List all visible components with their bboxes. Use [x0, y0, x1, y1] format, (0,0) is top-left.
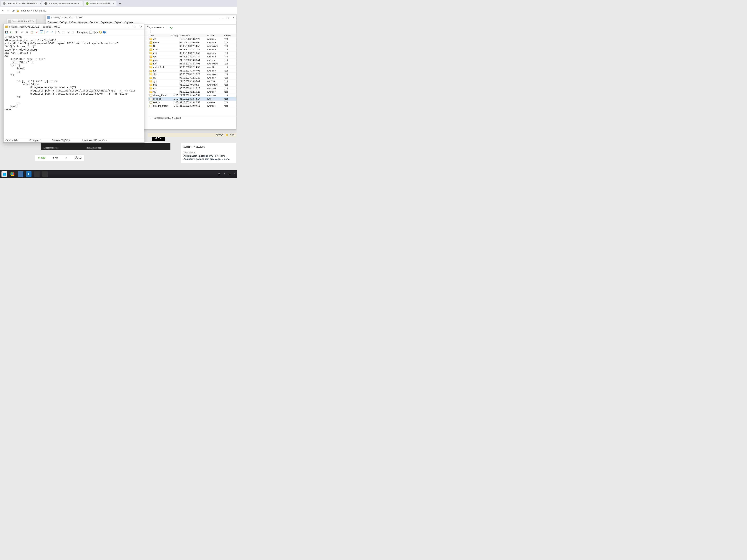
system-tray[interactable]: ❔ ⌃ ▭ ⋮ [217, 172, 236, 176]
putty-tab[interactable]: 192.168.42.1 – PuTTY [6, 19, 36, 24]
minimize-icon[interactable]: — [125, 25, 128, 28]
taskbar-app[interactable] [18, 171, 23, 177]
close-icon[interactable]: ✕ [232, 16, 235, 19]
menu-server[interactable]: Сервер [114, 21, 122, 24]
file-row[interactable]: var06.08.2023 22:16:28rwxr-xr-xroot [148, 90, 236, 94]
goto-button[interactable]: ↘ [66, 30, 70, 34]
new-tab-button[interactable]: + [117, 1, 123, 7]
menu-local[interactable]: Локально [48, 21, 57, 24]
file-row[interactable]: opt03.08.2023 12:11:20rwxr-sr-xroot [148, 55, 236, 58]
reload-button[interactable] [9, 30, 13, 34]
reload-icon[interactable]: ⟳ [12, 9, 15, 13]
file-list-header[interactable]: Имя Размер Изменено Права Владе [148, 34, 236, 37]
file-row[interactable]: home02.04.2023 16:55:00rwxr-xr-xroot [148, 41, 236, 45]
code-editor[interactable]: #!/bin/bash #Инициализируем порт /dev/tt… [3, 35, 144, 138]
file-row[interactable]: tmp31.10.2023 0:00:52rwxrwxrwtroot [148, 83, 236, 87]
select-all-button[interactable]: a [40, 30, 43, 34]
default-layout-dropdown[interactable]: По умолчанию [146, 26, 165, 29]
file-row[interactable]: lib06.08.2023 22:14:52rwxrwxrwxroot [148, 45, 236, 48]
menu-options[interactable]: Параметры [100, 21, 112, 24]
print-button[interactable]: 🖶 [14, 30, 18, 34]
file-row[interactable]: sbin06.08.2023 22:16:28rwxrwxrwxroot [148, 73, 236, 76]
bookmark-count[interactable]: ■49 [53, 156, 58, 159]
save-button[interactable]: 💾 [5, 30, 8, 34]
close-icon[interactable]: × [40, 2, 41, 5]
share-icon[interactable]: ↗ [65, 156, 68, 159]
delete-button[interactable]: ✕ [35, 30, 38, 34]
taskbar-app[interactable]: ▮ [26, 171, 31, 177]
url-text[interactable]: habr.com/ru/companies [21, 9, 46, 12]
file-row[interactable]: srv03.08.2023 12:11:20rwxr-xr-xroot [148, 76, 236, 80]
menu-help[interactable]: Справка [125, 21, 133, 24]
close-icon[interactable]: × [113, 2, 114, 5]
menu-files[interactable]: Файлы [69, 21, 76, 24]
maximize-icon[interactable]: ▢ [226, 16, 229, 19]
start-button[interactable] [1, 171, 7, 177]
file-row[interactable]: proc24.10.2023 13:36:44r-xr-xr-xroot [148, 58, 236, 62]
close-icon[interactable]: ✕ [140, 25, 143, 28]
back-icon[interactable]: ← [1, 9, 5, 12]
col-changed[interactable]: Изменено [180, 34, 207, 37]
replace-button[interactable]: ⇆ [61, 30, 65, 34]
file-row[interactable]: mnt06.08.2023 22:16:56rwxr-sr-xroot [148, 52, 236, 55]
forward-icon[interactable]: → [7, 9, 10, 12]
menu-commands[interactable]: Команды [78, 21, 87, 24]
file-list[interactable]: etc10.10.2023 13:57:23rwxr-xr-xroothome0… [148, 37, 236, 108]
file-row[interactable]: media03.08.2023 12:11:21rwxr-sr-xroot [148, 48, 236, 52]
tray-battery-icon[interactable]: ▭ [228, 172, 230, 176]
file-row[interactable]: chroot_this.sh1 KB21.09.2023 19:07:51rwx… [148, 94, 236, 97]
menu-select[interactable]: Выбор [60, 21, 67, 24]
col-name[interactable]: Имя [150, 34, 168, 37]
file-row[interactable]: umount_chroot.sh1 KB21.09.2023 19:07:51r… [148, 104, 236, 108]
minimize-icon[interactable]: — [220, 16, 223, 19]
col-size[interactable]: Размер [168, 34, 180, 37]
copy-button[interactable]: ⧉ [25, 30, 29, 34]
undo-button[interactable]: ↶ [46, 30, 49, 34]
menu-tabs[interactable]: Вкладки [90, 21, 98, 24]
toolbar-btn[interactable] [169, 26, 174, 29]
file-row[interactable]: root.default06.08.2023 22:14:58rwx--S---… [148, 65, 236, 69]
file-row[interactable]: usr06.08.2023 22:16:28rwxr-sr-xroot [148, 87, 236, 90]
cut-button[interactable]: ✂ [20, 30, 24, 34]
upvote-count[interactable]: ⇧+38 [38, 156, 45, 159]
file-name: chroot_this.sh [153, 94, 167, 97]
help-icon[interactable]: ? [103, 31, 106, 33]
color-swatch[interactable] [89, 31, 92, 33]
file-row[interactable]: run31.10.2023 13:57:01rwxr-xr-xroot [148, 69, 236, 73]
winscp-titlebar[interactable]: / – root@192.168.42.1 – WinSCP — ▢ ✕ [46, 15, 236, 20]
file-perm: rwxr-xr-x [207, 38, 224, 41]
file-row[interactable]: sys24.10.2023 13:36:44r-xr-xr-xroot [148, 80, 236, 83]
maximize-icon[interactable]: ▢ [132, 25, 135, 28]
color-dropdown[interactable]: Цвет [93, 31, 98, 33]
find-button[interactable] [57, 30, 60, 34]
tab-wiren[interactable]: Wiren Board Web UI × [84, 1, 117, 6]
gear-icon[interactable] [99, 31, 102, 33]
comment-count[interactable]: 💬22 [75, 156, 82, 159]
file-row[interactable]: etc10.10.2023 13:57:23rwxr-xr-xroot [148, 37, 236, 41]
editor-titlebar[interactable]: /serial.sh – root@192.168.42.1 – Редакто… [3, 24, 144, 29]
tray-chevron-up-icon[interactable]: ⌃ [223, 172, 226, 176]
col-perm[interactable]: Права [207, 34, 224, 37]
post-title[interactable]: Умный дом на Raspberry Pi и Home Assista… [183, 154, 234, 161]
redo-button[interactable]: ↷ [51, 30, 54, 34]
tray-help-icon[interactable]: ❔ [217, 172, 221, 176]
close-icon[interactable]: × [81, 2, 83, 5]
taskbar-winscp[interactable] [34, 171, 40, 177]
tab-speedtest[interactable]: peedtest by Ookla - The Globa × [1, 1, 42, 6]
col-owner[interactable]: Владе [224, 34, 235, 37]
file-perm: r-xr-xr-x [207, 80, 224, 83]
tab-habr[interactable]: Аппарат для выдачи печенья × [42, 1, 83, 6]
find-next-button[interactable]: » [71, 30, 75, 34]
file-perm: rwxr-xr-x [207, 70, 224, 72]
taskbar-putty[interactable] [42, 171, 48, 177]
remote-path[interactable]: / [148, 30, 236, 34]
paste-button[interactable]: 📋 [30, 30, 34, 34]
file-row[interactable]: text.sh1 KB31.10.2023 13:46:53rw-r--r--r… [148, 101, 236, 104]
file-name: etc [153, 38, 156, 41]
file-row[interactable]: serial.sh1 KB31.10.2023 13:44:17rw-r--r-… [148, 97, 236, 101]
tray-wifi-icon[interactable]: ⋮ [233, 172, 236, 176]
file-row[interactable]: root06.08.2023 22:17:06rwxrwxrwxroot [148, 62, 236, 65]
taskbar-chrome[interactable] [10, 171, 15, 177]
encoding-dropdown[interactable]: Кодировка [77, 31, 88, 33]
globe-icon [45, 2, 47, 5]
